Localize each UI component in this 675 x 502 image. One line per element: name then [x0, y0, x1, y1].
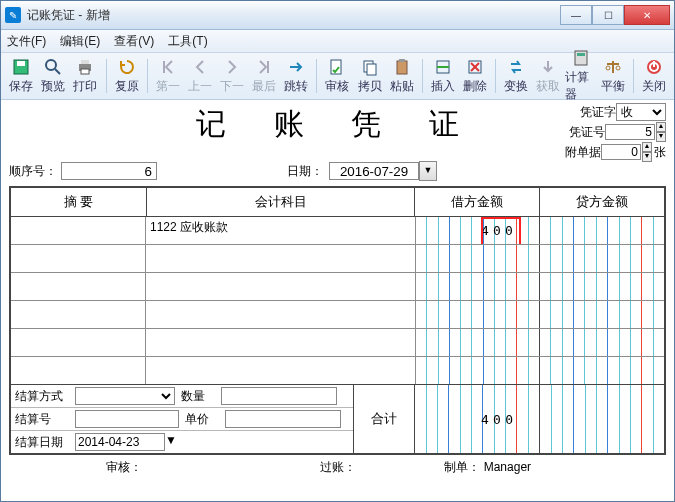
svg-line-3 [55, 69, 60, 74]
attach-spinner[interactable]: ▲▼ [642, 142, 652, 162]
minimize-button[interactable]: — [560, 5, 592, 25]
next-button[interactable]: 下一 [216, 55, 248, 97]
col-debit: 借方金额 [415, 188, 540, 216]
menu-tool[interactable]: 工具(T) [168, 33, 207, 50]
cell-summary[interactable] [11, 357, 146, 384]
menu-edit[interactable]: 编辑(E) [60, 33, 100, 50]
voucher-word-label: 凭证字 [580, 104, 616, 121]
first-button[interactable]: 第一 [152, 55, 184, 97]
cell-account[interactable] [146, 329, 416, 356]
last-icon [255, 58, 273, 76]
settle-date-dropdown[interactable]: ▼ [165, 433, 177, 451]
settle-no-input[interactable] [75, 410, 179, 428]
cell-account[interactable] [146, 245, 416, 272]
jump-button[interactable]: 跳转 [280, 55, 312, 97]
calc-button[interactable]: 计算器 [565, 55, 597, 97]
next-icon [223, 58, 241, 76]
svg-rect-1 [17, 61, 25, 66]
cell-debit[interactable] [416, 301, 540, 328]
cell-summary[interactable] [11, 301, 146, 328]
menu-file[interactable]: 文件(F) [7, 33, 46, 50]
settle-method-label: 结算方式 [11, 388, 75, 405]
col-account: 会计科目 [147, 188, 415, 216]
cell-summary[interactable] [11, 329, 146, 356]
cell-credit[interactable] [540, 329, 664, 356]
fetch-button[interactable]: 获取 [532, 55, 564, 97]
settle-date-label: 结算日期 [11, 434, 75, 451]
preview-icon [44, 58, 62, 76]
cell-account[interactable] [146, 301, 416, 328]
restore-button[interactable]: 复原 [110, 55, 142, 97]
voucher-grid: 摘 要 会计科目 借方金额 贷方金额 1122 应收账款400 结算方式 数量 … [9, 186, 666, 455]
cell-debit[interactable] [416, 273, 540, 300]
close-button[interactable]: ✕ [624, 5, 670, 25]
menu-view[interactable]: 查看(V) [114, 33, 154, 50]
audit-button[interactable]: 审核 [321, 55, 353, 97]
svg-point-2 [46, 60, 56, 70]
print-button[interactable]: 打印 [69, 55, 101, 97]
insert-button[interactable]: 插入 [427, 55, 459, 97]
svg-rect-10 [397, 61, 407, 74]
app-icon: ✎ [5, 7, 21, 23]
cell-debit[interactable] [416, 245, 540, 272]
table-row[interactable] [11, 357, 664, 384]
cell-summary[interactable] [11, 245, 146, 272]
cell-credit[interactable] [540, 245, 664, 272]
cell-summary[interactable] [11, 217, 146, 244]
jump-icon [287, 58, 305, 76]
table-row[interactable]: 1122 应收账款400 [11, 217, 664, 245]
balance-icon [604, 58, 622, 76]
cell-credit[interactable] [540, 217, 664, 244]
voucher-word-select[interactable]: 收 [616, 103, 666, 121]
cell-debit[interactable]: 400 [416, 217, 540, 244]
col-credit: 贷方金额 [540, 188, 664, 216]
cell-credit[interactable] [540, 301, 664, 328]
close-tb-button[interactable]: 关闭 [638, 55, 670, 97]
attach-unit: 张 [654, 144, 666, 161]
table-row[interactable] [11, 301, 664, 329]
qty-input[interactable] [221, 387, 337, 405]
date-input[interactable] [329, 162, 419, 180]
settle-method-select[interactable] [75, 387, 175, 405]
cell-summary[interactable] [11, 273, 146, 300]
cell-account[interactable] [146, 273, 416, 300]
last-button[interactable]: 最后 [248, 55, 280, 97]
paste-button[interactable]: 粘贴 [386, 55, 418, 97]
preview-button[interactable]: 预览 [37, 55, 69, 97]
toolbar: 保存 预览 打印 复原 第一 上一 下一 最后 跳转 审核 拷贝 粘贴 插入 删… [1, 53, 674, 100]
table-row[interactable] [11, 329, 664, 357]
save-icon [12, 58, 30, 76]
settle-no-label: 结算号 [11, 411, 75, 428]
settle-date-input[interactable] [75, 433, 165, 451]
attach-input[interactable] [601, 144, 641, 160]
maximize-button[interactable]: ☐ [592, 5, 624, 25]
delete-button[interactable]: 删除 [459, 55, 491, 97]
table-row[interactable] [11, 273, 664, 301]
prev-button[interactable]: 上一 [184, 55, 216, 97]
cell-account[interactable]: 1122 应收账款 [146, 217, 416, 244]
cell-debit[interactable] [416, 329, 540, 356]
first-icon [159, 58, 177, 76]
table-row[interactable] [11, 245, 664, 273]
save-button[interactable]: 保存 [5, 55, 37, 97]
balance-button[interactable]: 平衡 [597, 55, 629, 97]
price-label: 单价 [179, 411, 225, 428]
voucher-no-spinner[interactable]: ▲▼ [656, 122, 666, 142]
date-dropdown-button[interactable]: ▼ [419, 161, 437, 181]
footer-maker-value: Manager [484, 460, 531, 474]
svg-rect-11 [399, 59, 405, 62]
svg-point-22 [616, 66, 620, 70]
price-input[interactable] [225, 410, 341, 428]
seq-input[interactable] [61, 162, 157, 180]
cell-credit[interactable] [540, 357, 664, 384]
voucher-no-input[interactable] [605, 124, 655, 140]
svg-rect-5 [81, 60, 89, 64]
cell-debit[interactable] [416, 357, 540, 384]
copy-button[interactable]: 拷贝 [354, 55, 386, 97]
cell-credit[interactable] [540, 273, 664, 300]
change-button[interactable]: 变换 [500, 55, 532, 97]
total-debit: 400 [415, 385, 540, 453]
titlebar: ✎ 记账凭证 - 新增 — ☐ ✕ [1, 1, 674, 30]
cell-account[interactable] [146, 357, 416, 384]
col-summary: 摘 要 [11, 188, 147, 216]
